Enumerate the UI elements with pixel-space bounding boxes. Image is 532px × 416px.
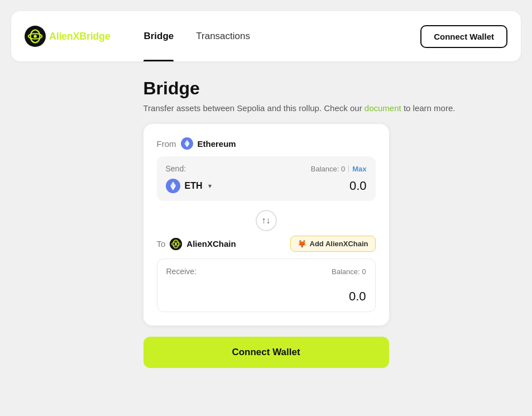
to-section-row: To AlienXChain 🦊 Add AlienXChain	[157, 236, 376, 252]
receive-row-top: Receive: Balance: 0	[166, 267, 366, 276]
logo-text: AlienXBridge	[49, 31, 110, 42]
nav-links: Bridge Transactions	[132, 11, 420, 61]
balance-row: Balance: 0 Max	[311, 165, 367, 173]
from-section-label: From Ethereum	[157, 137, 376, 150]
nav-transactions[interactable]: Transactions	[185, 11, 261, 61]
receive-amount: 0.0	[166, 289, 366, 304]
logo-area: AlienXBridge	[25, 26, 110, 47]
swap-arrows-icon: ↑↓	[262, 216, 271, 226]
send-label: Send:	[166, 164, 186, 173]
send-box: Send: Balance: 0 Max	[157, 156, 376, 201]
receive-box: Receive: Balance: 0 0.0	[157, 259, 376, 312]
max-button[interactable]: Max	[352, 165, 366, 173]
add-alienxchain-button[interactable]: 🦊 Add AlienXChain	[290, 236, 376, 252]
svg-point-9	[175, 243, 177, 245]
send-row-bottom: ETH ▾ 0.0	[166, 179, 367, 193]
receive-label: Receive:	[166, 267, 196, 276]
from-chain-name: Ethereum	[198, 139, 236, 149]
logo-icon	[25, 26, 46, 47]
page-description: Transfer assets between Sepolia and this…	[143, 103, 456, 113]
svg-point-3	[33, 35, 37, 38]
nav-bridge[interactable]: Bridge	[132, 11, 185, 61]
nav-bar: AlienXBridge Bridge Transactions Connect…	[11, 11, 521, 61]
main-content: Bridge Transfer assets between Sepolia a…	[11, 78, 521, 368]
receive-balance: Balance: 0	[332, 267, 366, 276]
ethereum-chain-icon	[181, 137, 193, 150]
token-name: ETH	[185, 181, 203, 191]
document-link[interactable]: document	[365, 103, 401, 113]
send-balance: Balance: 0	[311, 165, 345, 173]
add-chain-label: Add AlienXChain	[310, 240, 368, 248]
bridge-card: From Ethereum Send: Balance: 0	[143, 124, 389, 326]
swap-direction-button[interactable]: ↑↓	[256, 210, 277, 231]
connect-wallet-nav-button[interactable]: Connect Wallet	[420, 25, 507, 48]
to-chain-name: AlienXChain	[186, 239, 236, 248]
connect-wallet-main-button[interactable]: Connect Wallet	[143, 337, 389, 368]
to-label-row: To AlienXChain	[157, 238, 236, 250]
to-label: To	[157, 239, 166, 248]
balance-separator	[348, 165, 349, 172]
token-selector[interactable]: ETH ▾	[166, 179, 212, 193]
token-chevron-icon: ▾	[208, 182, 212, 190]
swap-btn-container: ↑↓	[157, 210, 376, 231]
eth-token-icon	[166, 179, 180, 193]
app-container: AlienXBridge Bridge Transactions Connect…	[11, 11, 521, 416]
page-title: Bridge	[143, 78, 200, 99]
send-amount: 0.0	[349, 179, 367, 193]
send-row-top: Send: Balance: 0 Max	[166, 164, 367, 173]
alienx-chain-icon	[170, 238, 182, 250]
add-chain-emoji: 🦊	[298, 240, 306, 248]
